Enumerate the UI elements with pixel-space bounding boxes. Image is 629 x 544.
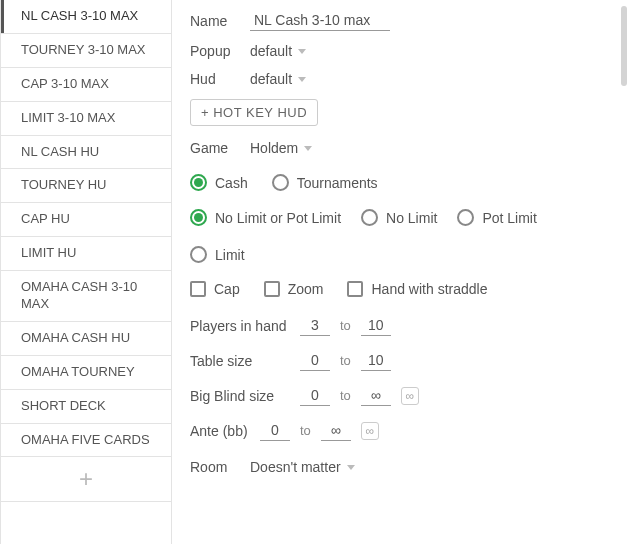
checkbox-label: Cap bbox=[214, 281, 240, 297]
room-label: Room bbox=[190, 459, 236, 475]
sidebar-item[interactable]: CAP 3-10 MAX bbox=[1, 68, 171, 102]
sidebar-item[interactable]: NL CASH HU bbox=[1, 136, 171, 170]
radio-icon bbox=[190, 209, 207, 226]
sidebar-item[interactable]: LIMIT HU bbox=[1, 237, 171, 271]
table-size-label: Table size bbox=[190, 353, 290, 369]
checkbox-zoom[interactable]: Zoom bbox=[264, 281, 324, 297]
players-to-input[interactable] bbox=[361, 315, 391, 336]
radio-label: No Limit or Pot Limit bbox=[215, 210, 341, 226]
name-input[interactable] bbox=[250, 10, 390, 31]
to-label: to bbox=[340, 353, 351, 368]
to-label: to bbox=[300, 423, 311, 438]
profile-form: Name Popup default Hud default + HOT KEY… bbox=[172, 0, 629, 544]
sidebar-item[interactable]: NL CASH 3-10 MAX bbox=[1, 0, 171, 34]
checkbox-icon bbox=[190, 281, 206, 297]
radio-icon bbox=[457, 209, 474, 226]
radio-icon bbox=[190, 246, 207, 263]
profile-sidebar: NL CASH 3-10 MAXTOURNEY 3-10 MAXCAP 3-10… bbox=[0, 0, 172, 544]
radio-label: Tournaments bbox=[297, 175, 378, 191]
checkbox-icon bbox=[264, 281, 280, 297]
radio-label: Limit bbox=[215, 247, 245, 263]
players-label: Players in hand bbox=[190, 318, 290, 334]
name-label: Name bbox=[190, 13, 236, 29]
popup-dropdown[interactable]: default bbox=[250, 43, 306, 59]
table-to-input[interactable] bbox=[361, 350, 391, 371]
radio-icon bbox=[272, 174, 289, 191]
chevron-down-icon bbox=[298, 77, 306, 82]
checkbox-straddle[interactable]: Hand with straddle bbox=[347, 281, 487, 297]
popup-label: Popup bbox=[190, 43, 236, 59]
hot-key-hud-button[interactable]: + HOT KEY HUD bbox=[190, 99, 318, 126]
radio-tournaments[interactable]: Tournaments bbox=[272, 174, 378, 191]
players-from-input[interactable] bbox=[300, 315, 330, 336]
sidebar-item[interactable]: CAP HU bbox=[1, 203, 171, 237]
infinity-button[interactable]: ∞ bbox=[401, 387, 419, 405]
bb-to-input[interactable] bbox=[361, 385, 391, 406]
game-dropdown[interactable]: Holdem bbox=[250, 140, 312, 156]
radio-limit[interactable]: Limit bbox=[190, 246, 245, 263]
ante-from-input[interactable] bbox=[260, 420, 290, 441]
sidebar-item[interactable]: TOURNEY 3-10 MAX bbox=[1, 34, 171, 68]
radio-pot-limit[interactable]: Pot Limit bbox=[457, 209, 536, 226]
bb-size-label: Big Blind size bbox=[190, 388, 290, 404]
sidebar-item[interactable]: OMAHA TOURNEY bbox=[1, 356, 171, 390]
checkbox-label: Hand with straddle bbox=[371, 281, 487, 297]
radio-icon bbox=[190, 174, 207, 191]
checkbox-label: Zoom bbox=[288, 281, 324, 297]
radio-label: No Limit bbox=[386, 210, 437, 226]
popup-value: default bbox=[250, 43, 292, 59]
chevron-down-icon bbox=[298, 49, 306, 54]
sidebar-item[interactable]: SHORT DECK bbox=[1, 390, 171, 424]
sidebar-item[interactable]: LIMIT 3-10 MAX bbox=[1, 102, 171, 136]
room-value: Doesn't matter bbox=[250, 459, 341, 475]
radio-icon bbox=[361, 209, 378, 226]
chevron-down-icon bbox=[304, 146, 312, 151]
table-from-input[interactable] bbox=[300, 350, 330, 371]
radio-no-limit[interactable]: No Limit bbox=[361, 209, 437, 226]
scrollbar[interactable] bbox=[621, 6, 627, 86]
ante-label: Ante (bb) bbox=[190, 423, 250, 439]
radio-label: Pot Limit bbox=[482, 210, 536, 226]
radio-label: Cash bbox=[215, 175, 248, 191]
checkbox-cap[interactable]: Cap bbox=[190, 281, 240, 297]
sidebar-item[interactable]: OMAHA CASH HU bbox=[1, 322, 171, 356]
sidebar-item[interactable]: OMAHA FIVE CARDS bbox=[1, 424, 171, 458]
hud-dropdown[interactable]: default bbox=[250, 71, 306, 87]
game-label: Game bbox=[190, 140, 236, 156]
hud-label: Hud bbox=[190, 71, 236, 87]
infinity-button[interactable]: ∞ bbox=[361, 422, 379, 440]
sidebar-item[interactable]: TOURNEY HU bbox=[1, 169, 171, 203]
room-dropdown[interactable]: Doesn't matter bbox=[250, 459, 355, 475]
bb-from-input[interactable] bbox=[300, 385, 330, 406]
ante-to-input[interactable] bbox=[321, 420, 351, 441]
radio-nl-or-pl[interactable]: No Limit or Pot Limit bbox=[190, 209, 341, 226]
game-value: Holdem bbox=[250, 140, 298, 156]
hud-value: default bbox=[250, 71, 292, 87]
checkbox-icon bbox=[347, 281, 363, 297]
to-label: to bbox=[340, 318, 351, 333]
sidebar-item[interactable]: OMAHA CASH 3-10 MAX bbox=[1, 271, 171, 322]
to-label: to bbox=[340, 388, 351, 403]
radio-cash[interactable]: Cash bbox=[190, 174, 248, 191]
add-profile-button[interactable]: + bbox=[1, 457, 171, 502]
chevron-down-icon bbox=[347, 465, 355, 470]
